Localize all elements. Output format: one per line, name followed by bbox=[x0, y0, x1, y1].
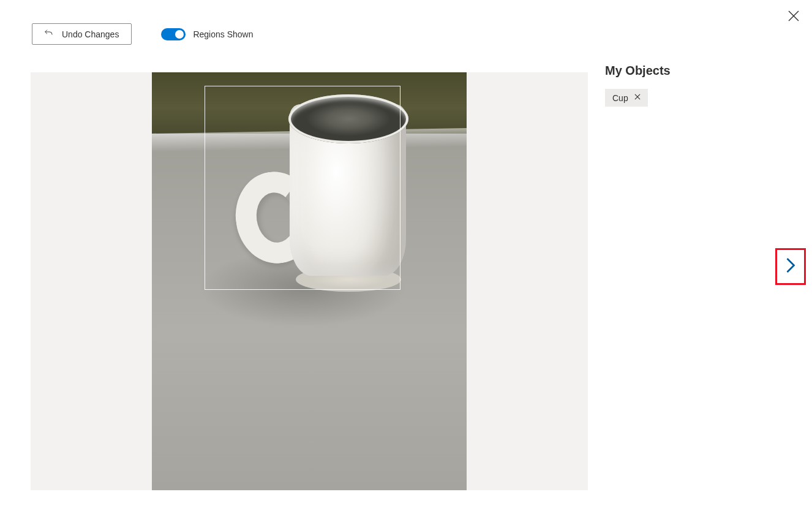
undo-label: Undo Changes bbox=[62, 29, 119, 39]
undo-icon bbox=[43, 28, 53, 40]
image-stage bbox=[31, 72, 588, 490]
close-icon bbox=[633, 93, 642, 103]
regions-toggle-group: Regions Shown bbox=[161, 28, 253, 40]
objects-heading: My Objects bbox=[605, 64, 770, 78]
chevron-right-icon bbox=[784, 256, 797, 277]
remove-tag-button[interactable] bbox=[633, 93, 642, 103]
undo-changes-button[interactable]: Undo Changes bbox=[32, 23, 132, 45]
toolbar: Undo Changes Regions Shown bbox=[32, 23, 253, 45]
close-icon bbox=[786, 15, 801, 25]
regions-toggle-label: Regions Shown bbox=[193, 29, 253, 39]
close-button[interactable] bbox=[786, 9, 801, 23]
regions-shown-toggle[interactable] bbox=[161, 28, 186, 40]
object-tag-cup[interactable]: Cup bbox=[605, 89, 648, 107]
object-tag-label: Cup bbox=[612, 93, 628, 103]
objects-panel: My Objects Cup bbox=[605, 64, 770, 107]
region-bounding-box[interactable] bbox=[205, 86, 400, 290]
next-image-button[interactable] bbox=[775, 248, 806, 285]
training-image[interactable] bbox=[152, 72, 467, 490]
toggle-knob bbox=[175, 30, 184, 39]
